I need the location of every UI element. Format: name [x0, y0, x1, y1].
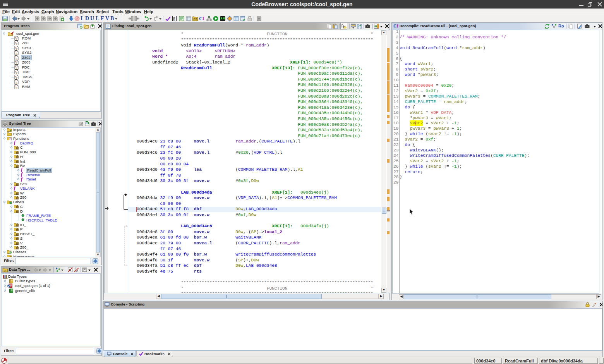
- svg-text:01: 01: [173, 19, 175, 21]
- svg-text:DT: DT: [194, 18, 197, 21]
- svg-text:DT: DT: [4, 270, 7, 272]
- svg-text:C: C: [10, 251, 12, 254]
